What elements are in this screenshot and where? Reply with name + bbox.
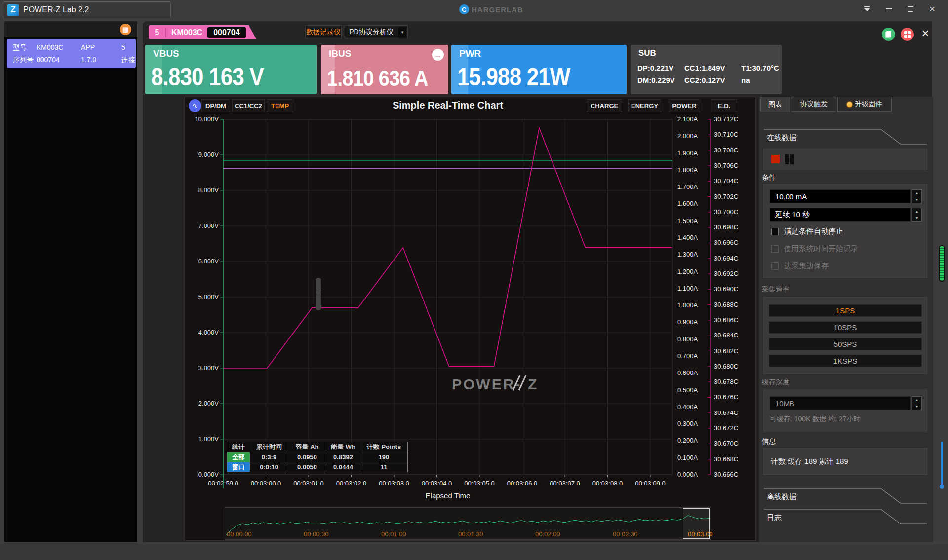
device-field: 1.7.0 [81,56,96,64]
app-tab[interactable]: Z POWER-Z Lab 2.2 [3,1,171,18]
x-tick-label: 00:03:07.0 [550,480,580,487]
rate-button-50sps[interactable]: 50SPS [769,338,922,350]
checkbox-unchecked[interactable] [771,245,779,253]
vbus-label: VBUS [153,48,179,59]
info-counter: 计数 缓存 189 累计 189 [771,457,848,466]
settings-tab-chart[interactable]: 图表 [760,97,790,112]
overview-time-label: 00:02:00 [535,530,560,538]
close-icon[interactable]: × [921,2,943,16]
record-controls-box [763,149,927,170]
ibus-value: 1.810 636 A [327,66,428,91]
temp-tick-label: 30.694C [714,255,738,262]
trigger-current-stepper[interactable]: ▴▾ [912,189,922,203]
pd-analyzer-button[interactable]: PD协议分析仪 ▾ [345,25,408,38]
voltage-tick-label: 9.000V [198,151,219,158]
x-axis-title: Elapsed Time [426,491,471,500]
cache-size-input[interactable]: 10MB [770,396,911,410]
stats-cell: 0.0950 [288,452,326,462]
temp-tick-label: 30.680C [714,363,738,370]
device-tab-badge[interactable]: 5 KM003C 000704 [149,25,257,39]
temp-tick-label: 30.668C [714,455,738,463]
settings-tab-protocol-trigger[interactable]: 协议触发 [792,97,835,112]
current-tick-label: 1.900A [677,149,698,157]
cc1-value: CC1:1.849V [684,64,741,72]
rate-button-1sps[interactable]: 1SPS [769,304,922,317]
tab-label: 协议触发 [800,100,828,109]
pd-analyzer-label: PD协议分析仪 [349,28,393,37]
device-workspace-panel: 5 KM003C 000704 数据记录仪 PD协议分析仪 ▾ × VBUS 8… [142,21,933,543]
temp-tick-label: 30.698C [714,224,738,231]
chart-vertical-slider[interactable] [316,278,321,310]
current-tick-label: 0.800A [677,336,698,343]
checkbox-row-0[interactable]: 满足条件自动停止 [771,227,843,236]
device-field: APP [81,43,95,51]
data-logger-button[interactable]: 数据记录仪 [305,25,342,38]
sidebar-header: ▦ [4,21,137,37]
temp-tick-label: 30.686C [714,316,738,324]
temp-tick-label: 30.696C [714,239,738,246]
device-serial: 000704 [207,27,245,38]
trigger-duration-input[interactable]: 延续 10 秒 [770,208,911,222]
chevron-down-icon[interactable]: ▾ [398,27,406,37]
pause-icon[interactable] [790,154,794,164]
scrollbar-thumb-blue[interactable] [941,442,943,487]
current-direction-icon[interactable]: → [432,49,444,61]
collapse-icon[interactable] [856,2,878,16]
temp-tick-label: 30.682C [714,347,738,355]
x-tick-label: 00:03:01.0 [293,480,323,487]
app-logo-icon: Z [7,4,19,16]
overview-time-label: 00:01:00 [381,530,406,538]
settings-tab-firmware-upgrade[interactable]: 升级固件 [837,97,892,112]
device-list-icon[interactable]: ▦ [120,24,131,35]
status-bar [0,543,948,560]
checkbox-row-2[interactable]: 边采集边保存 [771,261,829,271]
voltage-tick-label: 3.000V [198,364,219,372]
report-icon[interactable] [882,28,895,41]
cache-size-stepper[interactable]: ▴▾ [912,396,922,410]
minimize-icon[interactable] [878,2,900,16]
temp-tick-label: 30.670C [714,440,738,447]
checkbox-label: 边采集边保存 [784,261,829,271]
sub-label: SUB [638,48,656,58]
online-data-section-header[interactable]: 在线数据 [763,129,927,145]
checkbox-unchecked[interactable] [771,262,779,270]
temp-tick-label: 30.702C [714,193,738,200]
trigger-condition-box: 10.00 mA ▴▾ 延续 10 秒 ▴▾ 满足条件自动停止使用系统时间开始记… [763,184,927,278]
current-tick-label: 0.900A [677,318,698,326]
temp-tick-label: 30.700C [714,208,738,216]
window-titlebar: Z POWER-Z Lab 2.2 C HARGERLAB × [0,0,948,20]
panel-close-icon[interactable]: × [919,26,932,40]
overview-time-label: 00:01:30 [458,530,483,538]
temp-tick-label: 30.712C [714,115,738,123]
power-metric-card: PWR 15.988 21W [451,45,627,94]
stats-header-cell: 计数 Points [360,442,408,452]
log-section-header[interactable]: 日志 [763,509,927,525]
checkbox-checked[interactable] [771,228,779,235]
pause-icon[interactable] [785,154,789,164]
rate-button-10sps[interactable]: 10SPS [769,321,922,334]
cache-depth-label: 缓存深度 [762,378,790,387]
temp-tick-label: 30.688C [714,301,738,308]
stats-header-cell: 统计 [227,442,250,452]
timeline-overview[interactable]: 00:00:0000:00:3000:01:0000:01:3000:02:00… [225,507,711,540]
stats-cell: 190 [360,452,408,462]
vbus-value: 8.830 163 V [151,63,264,91]
rate-button-1ksps[interactable]: 1KSPS [769,355,922,367]
checkbox-label: 满足条件自动停止 [784,227,843,236]
current-tick-label: 1.800A [677,166,698,174]
trigger-duration-stepper[interactable]: ▴▾ [912,208,922,222]
trigger-current-input[interactable]: 10.00 mA [770,189,911,203]
scrollbar-thumb-green[interactable] [939,245,945,282]
brand-text: HARGERLAB [472,5,523,14]
timeline-selection-box[interactable] [683,508,710,539]
offline-data-section-header[interactable]: 离线数据 [763,488,927,504]
ibus-metric-card: IBUS → 1.810 636 A [321,45,448,94]
realtime-chart-panel: ∿ DP/DMCC1/CC2TEMP Simple Real-Time Char… [185,97,756,541]
restore-icon[interactable] [900,2,921,16]
window-title: POWER-Z Lab 2.2 [23,5,89,14]
checkbox-row-1[interactable]: 使用系统时间开始记录 [771,244,858,254]
layout-grid-icon[interactable] [901,28,914,41]
tab-label: 图表 [768,100,782,109]
stop-record-button[interactable] [771,155,780,163]
device-list-item[interactable]: 型号KM003CAPP5序列号0007041.7.0连接 [7,39,136,68]
